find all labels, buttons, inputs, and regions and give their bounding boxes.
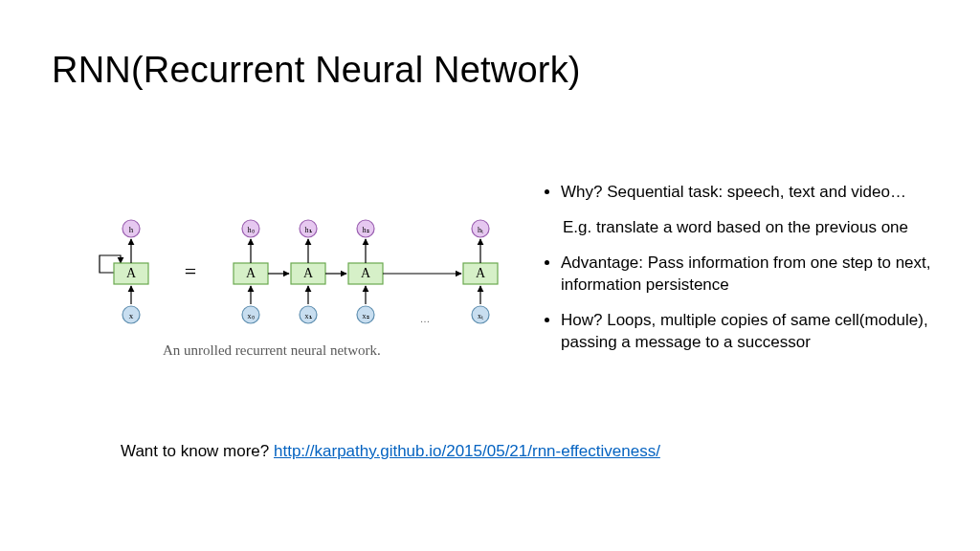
figure-caption: An unrolled recurrent neural network. [163,342,381,359]
ellipsis: … [420,314,430,324]
bullet-text: How? Loops, multiple copies of same cell… [561,311,928,351]
svg-text:x₁: x₁ [305,312,312,320]
bullet-item: Why? Sequential task: speech, text and v… [561,182,947,239]
bullet-item: How? Loops, multiple copies of same cell… [561,310,947,354]
unrolled-cell-t: A hₜ xₜ [463,220,498,323]
unrolled-cell-2: A h₂ x₂ [348,220,383,323]
svg-text:A: A [246,266,256,280]
h-label: h [129,225,134,234]
svg-text:h₀: h₀ [248,226,255,234]
x-label: x [129,311,134,320]
svg-text:h₁: h₁ [305,226,312,234]
svg-text:A: A [303,266,314,280]
footer-link[interactable]: http://karpathy.github.io/2015/05/21/rnn… [274,442,660,460]
svg-text:hₜ: hₜ [478,226,483,234]
bullet-item: Advantage: Pass information from one ste… [561,253,947,297]
cell-label: A [126,266,137,280]
folded-cell: A h x [100,220,148,323]
slide: RNN(Recurrent Neural Network) A h [0,0,980,551]
footer-prefix: Want to know more? [121,442,274,460]
footer-text: Want to know more? http://karpathy.githu… [121,442,660,461]
slide-title: RNN(Recurrent Neural Network) [52,50,581,91]
svg-text:xₜ: xₜ [478,312,483,320]
svg-text:x₂: x₂ [363,312,369,320]
svg-text:x₀: x₀ [248,312,255,320]
bullet-list: Why? Sequential task: speech, text and v… [536,182,947,367]
unrolled-cell-0: A h₀ x₀ [234,220,268,323]
bullet-subtext: E.g. translate a word based on the previ… [563,217,947,239]
svg-text:A: A [476,266,486,280]
bullet-text: Advantage: Pass information from one ste… [561,253,931,294]
svg-text:h₂: h₂ [363,226,369,234]
svg-text:A: A [361,266,371,280]
unrolled-cell-1: A h₁ x₁ [291,220,325,323]
rnn-diagram: A h x = A h₀ x₀ [90,215,511,334]
equals-sign: = [185,259,196,283]
bullet-text: Why? Sequential task: speech, text and v… [561,183,906,201]
